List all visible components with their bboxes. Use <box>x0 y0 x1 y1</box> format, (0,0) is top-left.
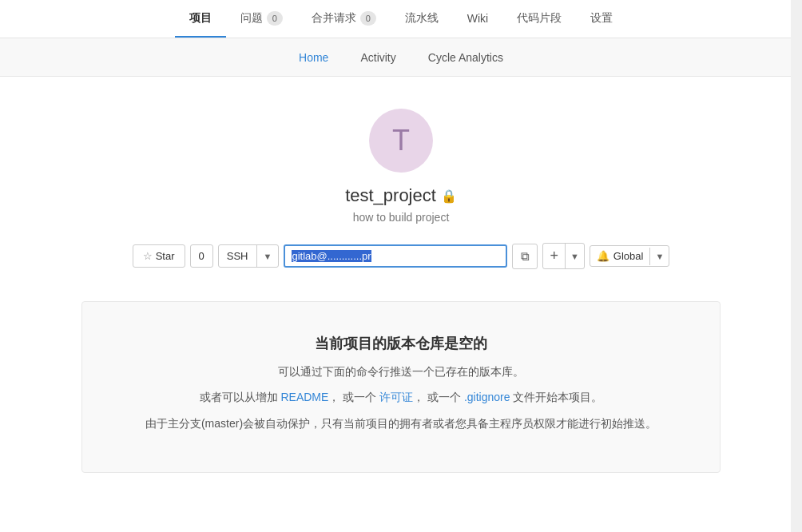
tab-issues[interactable]: 问题 0 <box>226 0 297 38</box>
ssh-dropdown[interactable]: SSH ▼ <box>218 244 280 268</box>
empty-repo-line3: 由于主分支(master)会被自动保护，只有当前项目的拥有者或者您具备主程序员权… <box>130 415 672 432</box>
tab-snippets[interactable]: 代码片段 <box>502 0 576 38</box>
bell-label: 🔔 Global <box>590 246 650 266</box>
empty-repo-title: 当前项目的版本仓库是空的 <box>130 334 672 353</box>
project-title: test_project <box>345 185 436 206</box>
notification-dropdown[interactable]: 🔔 Global ▼ <box>590 245 669 267</box>
tab-merge[interactable]: 合并请求 0 <box>297 0 391 38</box>
project-description: how to build project <box>353 211 450 224</box>
subnav-home[interactable]: Home <box>283 38 344 76</box>
scrollbar[interactable] <box>791 0 802 489</box>
subnav-activity[interactable]: Activity <box>344 38 411 76</box>
url-input-wrap <box>284 244 507 268</box>
copy-url-button[interactable]: ⧉ <box>512 244 538 269</box>
tab-wiki[interactable]: Wiki <box>453 0 502 38</box>
ssh-label: SSH <box>219 245 257 267</box>
empty-repo-line1: 可以通过下面的命令行推送一个已存在的版本库。 <box>130 363 672 380</box>
nav-tabs: 项目 问题 0 合并请求 0 流水线 Wiki 代码片段 设置 <box>175 0 627 38</box>
project-avatar: T <box>369 109 433 173</box>
ssh-caret-icon: ▼ <box>257 247 279 266</box>
copy-icon: ⧉ <box>521 249 530 264</box>
add-dropdown[interactable]: + ▼ <box>542 243 584 269</box>
bell-icon: 🔔 <box>597 250 609 262</box>
star-icon: ☆ <box>143 250 153 262</box>
empty-repo-section: 当前项目的版本仓库是空的 可以通过下面的命令行推送一个已存在的版本库。 或者可以… <box>81 301 721 473</box>
top-nav: 项目 问题 0 合并请求 0 流水线 Wiki 代码片段 设置 <box>0 0 802 38</box>
license-link[interactable]: 许可证 <box>379 391 413 403</box>
subnav-cycle-analytics[interactable]: Cycle Analytics <box>412 38 519 76</box>
project-name-row: test_project 🔒 <box>345 185 457 206</box>
notification-caret-icon: ▼ <box>649 248 669 265</box>
issues-badge: 0 <box>267 11 283 26</box>
gitignore-link[interactable]: .gitignore <box>464 391 510 403</box>
tab-project[interactable]: 项目 <box>175 0 226 38</box>
sub-nav: Home Activity Cycle Analytics <box>0 38 802 77</box>
merge-badge: 0 <box>360 11 376 26</box>
lock-icon: 🔒 <box>441 189 457 204</box>
tab-pipeline[interactable]: 流水线 <box>391 0 453 38</box>
tab-settings[interactable]: 设置 <box>576 0 627 38</box>
plus-icon: + <box>543 244 566 268</box>
star-button[interactable]: ☆ Star <box>133 244 185 268</box>
add-caret-icon: ▼ <box>566 248 584 265</box>
readme-link[interactable]: README <box>280 391 328 403</box>
action-bar: ☆ Star 0 SSH ▼ ⧉ + ▼ 🔔 Global ▼ <box>133 243 670 269</box>
star-count: 0 <box>190 244 213 268</box>
main-content: T test_project 🔒 how to build project ☆ … <box>0 77 802 489</box>
empty-repo-line2: 或者可以从增加 README， 或一个 许可证， 或一个 .gitignore … <box>130 388 672 406</box>
repo-url-input[interactable] <box>284 244 507 268</box>
